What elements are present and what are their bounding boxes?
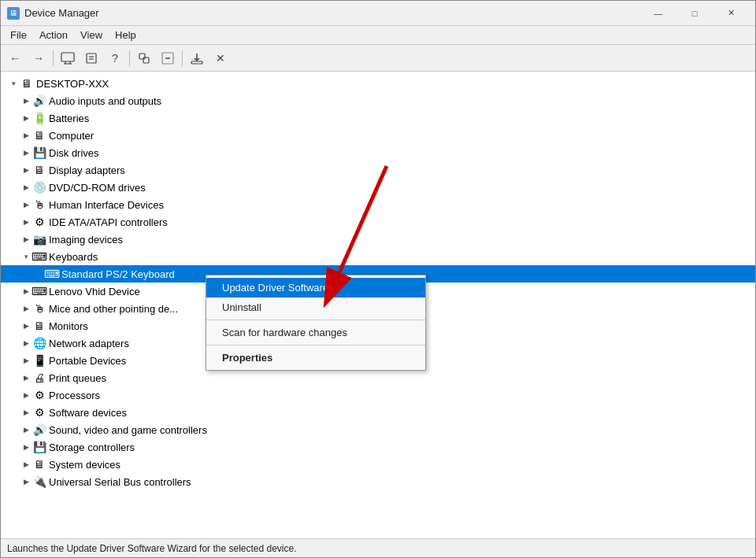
maximize-button[interactable]: □ [676,1,713,26]
tree-item-batteries[interactable]: ▶ 🔋 Batteries [1,109,755,127]
dvd-expander[interactable]: ▶ [20,181,32,194]
print-icon: 🖨 [32,371,46,384]
audio-expander[interactable]: ▶ [20,94,32,107]
tree-item-hid[interactable]: ▶ 🖱 Human Interface Devices [1,196,755,213]
usb-label: Universal Serial Bus controllers [49,476,191,488]
storage-expander[interactable]: ▶ [20,441,32,453]
tree-item-sound[interactable]: ▶ 🔊 Sound, video and game controllers [1,421,755,438]
audio-icon: 🔊 [32,94,46,107]
menu-action[interactable]: Action [33,28,74,42]
print-expander[interactable]: ▶ [20,371,32,384]
root-expander[interactable]: ▾ [7,77,20,90]
lenovo-label: Lenovo Vhid Device [49,286,140,297]
tree-item-usb[interactable]: ▶ 🔌 Universal Serial Bus controllers [1,473,755,490]
system-icon: 🖥 [32,458,46,471]
tree-item-dvd[interactable]: ▶ 💿 DVD/CD-ROM drives [1,179,755,196]
title-bar-controls: — □ ✕ [640,1,749,26]
monitors-label: Monitors [49,320,88,332]
root-icon: 🖥 [20,77,34,90]
toolbar: ← → ? ✕ [1,45,755,72]
software-expander[interactable]: ▶ [20,406,32,419]
mice-expander[interactable]: ▶ [20,302,32,315]
root-label: DESKTOP-XXX [36,78,109,90]
tree-root[interactable]: ▾ 🖥 DESKTOP-XXX [1,75,755,92]
tree-item-system[interactable]: ▶ 🖥 System devices [1,456,755,473]
remove-button[interactable]: ✕ [209,48,232,68]
portable-label: Portable Devices [49,355,126,367]
monitors-icon: 🖥 [32,320,46,332]
processors-expander[interactable]: ▶ [20,389,32,401]
keyboards-icon: ⌨ [32,250,46,263]
scan-button[interactable] [133,48,155,68]
close-button[interactable]: ✕ [713,1,749,26]
svg-rect-11 [191,61,202,64]
context-menu: Update Driver Software... Uninstall Scan… [206,275,426,371]
computer-view-button[interactable] [57,48,79,68]
uninstall-button[interactable] [157,48,179,68]
status-bar: Launches the Update Driver Software Wiza… [1,538,755,557]
tree-item-audio[interactable]: ▶ 🔊 Audio inputs and outputs [1,92,755,109]
ide-icon: ⚙ [32,216,46,228]
context-menu-uninstall[interactable]: Uninstall [206,297,425,317]
batteries-expander[interactable]: ▶ [20,112,32,124]
toolbar-separator-1 [53,50,54,66]
tree-item-storage[interactable]: ▶ 💾 Storage controllers [1,438,755,456]
batteries-icon: 🔋 [32,112,46,124]
system-label: System devices [49,459,120,471]
ps2-icon: ⌨ [45,268,59,280]
usb-expander[interactable]: ▶ [20,475,32,488]
ide-label: IDE ATA/ATAPI controllers [49,216,168,228]
ps2-label: Standard PS/2 Keyboard [61,268,175,280]
software-icon: ⚙ [32,406,46,419]
tree-item-processors[interactable]: ▶ ⚙ Processors [1,386,755,404]
computer-expander[interactable]: ▶ [20,129,32,142]
window-icon: 🖥 [7,7,20,20]
minimize-button[interactable]: — [640,1,676,26]
display-expander[interactable]: ▶ [20,164,32,176]
hid-label: Human Interface Devices [49,199,164,211]
lenovo-expander[interactable]: ▶ [20,285,32,297]
portable-icon: 📱 [32,354,46,367]
processors-icon: ⚙ [32,389,46,401]
display-label: Display adapters [49,164,125,176]
tree-item-keyboards[interactable]: ▾ ⌨ Keyboards [1,248,755,265]
monitors-expander[interactable]: ▶ [20,320,32,332]
help-button[interactable]: ? [104,48,126,68]
tree-item-imaging[interactable]: ▶ 📷 Imaging devices [1,231,755,248]
context-menu-update-driver[interactable]: Update Driver Software... [206,278,425,297]
system-expander[interactable]: ▶ [20,458,32,471]
menu-help[interactable]: Help [109,28,143,42]
mice-label: Mice and other pointing de... [49,303,178,315]
tree-item-print[interactable]: ▶ 🖨 Print queues [1,369,755,386]
tree-item-display[interactable]: ▶ 🖥 Display adapters [1,161,755,179]
back-button[interactable]: ← [4,48,26,68]
svg-rect-7 [139,54,145,59]
computer-icon: 🖥 [32,129,46,142]
forward-button[interactable]: → [28,48,50,68]
sound-expander[interactable]: ▶ [20,423,32,436]
imaging-label: Imaging devices [49,234,123,246]
tree-item-software[interactable]: ▶ ⚙ Software devices [1,404,755,421]
context-menu-separator [206,320,425,320]
svg-rect-8 [143,57,149,63]
menu-view[interactable]: View [74,28,109,42]
network-expander[interactable]: ▶ [20,337,32,349]
portable-expander[interactable]: ▶ [20,354,32,367]
context-menu-properties[interactable]: Properties [206,348,425,368]
tree-item-ide[interactable]: ▶ ⚙ IDE ATA/ATAPI controllers [1,213,755,231]
tree-item-computer[interactable]: ▶ 🖥 Computer [1,127,755,144]
context-menu-scan[interactable]: Scan for hardware changes [206,323,425,342]
tree-item-disk[interactable]: ▶ 💾 Disk drives [1,144,755,161]
keyboards-expander[interactable]: ▾ [20,250,32,263]
disk-expander[interactable]: ▶ [20,146,32,159]
device-manager-window: 🖥 Device Manager — □ ✕ File Action View … [0,0,756,558]
ide-expander[interactable]: ▶ [20,216,32,228]
network-icon: 🌐 [32,337,46,349]
properties-button[interactable] [80,48,102,68]
imaging-expander[interactable]: ▶ [20,233,32,246]
update-driver-button[interactable] [186,48,208,68]
title-bar-left: 🖥 Device Manager [7,7,99,20]
menu-file[interactable]: File [4,28,33,42]
hid-expander[interactable]: ▶ [20,198,32,211]
print-label: Print queues [49,372,106,384]
